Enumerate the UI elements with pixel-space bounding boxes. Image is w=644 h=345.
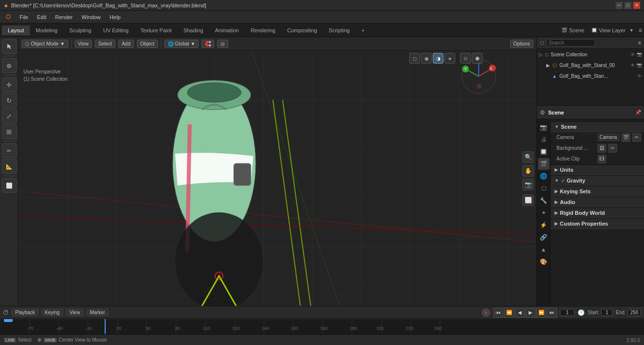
next-keyframe-btn[interactable]: ⏩ xyxy=(536,308,546,318)
cursor-tool-btn[interactable]: ⊕ xyxy=(2,58,17,73)
prop-tab-constraints[interactable]: 🔗 xyxy=(538,231,550,243)
menu-file[interactable]: File xyxy=(16,13,32,21)
units-section-header[interactable]: ▶ Units xyxy=(551,164,644,175)
outliner-golf-bag-mesh[interactable]: ▲ Golf_Bag_with_Stan... 👁 xyxy=(537,70,644,81)
background-icon-btn[interactable]: 🖼 xyxy=(598,144,606,153)
background-edit-btn[interactable]: ✏ xyxy=(608,144,617,153)
record-btn[interactable]: ● xyxy=(482,308,490,317)
snap-toggle[interactable]: 🧲 xyxy=(201,40,214,48)
outliner-scene-collection[interactable]: ▷ □ Scene Collection 👁 📷 xyxy=(537,49,644,60)
prop-tab-view-layer[interactable]: 🔲 xyxy=(538,146,550,158)
add-menu[interactable]: Add xyxy=(118,40,134,48)
maximize-button[interactable]: □ xyxy=(624,2,631,9)
gravity-checkbox[interactable]: ✓ xyxy=(561,178,565,184)
view-layer-dropdown[interactable]: ▼ xyxy=(629,28,634,33)
rotate-tool-btn[interactable]: ↻ xyxy=(2,93,17,108)
tab-layout[interactable]: Layout xyxy=(2,25,30,35)
proportional-edit[interactable]: ◎ xyxy=(217,40,228,48)
filter-icon[interactable]: ≡ xyxy=(639,27,642,34)
active-clip-icon-btn[interactable]: 🎞 xyxy=(598,155,606,163)
viewport-options[interactable]: Options xyxy=(510,40,533,48)
xray-btn[interactable]: ⬟ xyxy=(472,53,483,64)
custom-props-section-header[interactable]: ▶ Custom Properties xyxy=(551,218,644,229)
gravity-section-header[interactable]: ▼ ✓ Gravity xyxy=(551,175,644,186)
prop-tab-world[interactable]: 🌐 xyxy=(538,170,550,182)
zoom-in-btn[interactable]: 🔍 xyxy=(522,151,534,163)
scale-tool-btn[interactable]: ⤢ xyxy=(2,109,17,123)
transform-tool-btn[interactable]: ⊞ xyxy=(2,124,17,139)
prop-tab-particles[interactable]: ✦ xyxy=(538,207,550,219)
timeline-body[interactable]: -70 -40 -10 20 50 80 110 120 140 150 160… xyxy=(0,319,644,334)
scene-section-header[interactable]: ▼ Scene xyxy=(551,121,644,132)
prev-keyframe-btn[interactable]: ⏪ xyxy=(504,308,514,318)
keying-menu[interactable]: Keying xyxy=(42,309,64,316)
minimize-button[interactable]: ─ xyxy=(616,2,622,9)
scene-collection-camera[interactable]: 📷 xyxy=(637,52,642,57)
tab-shading[interactable]: Shading xyxy=(178,25,209,35)
marker-menu[interactable]: Marker xyxy=(87,309,109,316)
play-btn[interactable]: ▶ xyxy=(526,308,535,318)
playback-menu[interactable]: Playback xyxy=(12,309,39,316)
properties-pin[interactable]: 📌 xyxy=(635,110,641,115)
view-menu[interactable]: View xyxy=(75,40,92,48)
camera-btn[interactable]: 📷 xyxy=(522,179,534,190)
golf-bag-render[interactable]: 📷 xyxy=(637,63,642,68)
view-menu[interactable]: View xyxy=(66,309,84,316)
tab-texture-paint[interactable]: Texture Paint xyxy=(134,25,178,35)
solid-mode-btn[interactable]: ◉ xyxy=(421,53,432,64)
filter-icon[interactable]: ≡ xyxy=(638,40,641,46)
prop-tab-physics[interactable]: ⚡ xyxy=(538,219,550,231)
tab-rendering[interactable]: Rendering xyxy=(244,25,281,35)
transform-selector[interactable]: 🌐 Global ▼ xyxy=(164,40,199,48)
play-reverse-btn[interactable]: ◀ xyxy=(515,308,525,318)
scene-collection-eye[interactable]: 👁 xyxy=(630,52,635,57)
prop-tab-scene[interactable]: 🎬 xyxy=(538,158,550,170)
golf-bag-eye[interactable]: 👁 xyxy=(630,63,635,68)
viewport-3d[interactable]: X Y Z User Perspective (1) Scene Collect… xyxy=(19,51,536,306)
object-menu[interactable]: Object xyxy=(137,40,158,48)
prop-tab-object[interactable]: ⬡ xyxy=(538,183,550,194)
tab-scripting[interactable]: Scripting xyxy=(323,25,355,35)
tab-animation[interactable]: Animation xyxy=(209,25,245,35)
frame-indicator-tab[interactable] xyxy=(4,319,13,322)
outliner-golf-bag-object[interactable]: ▶ ⬡ Golf_Bag_with_Stand_00 👁 📷 xyxy=(537,60,644,70)
menu-blender[interactable]: ⬡ xyxy=(2,13,15,21)
overlay-btn[interactable]: ⊙ xyxy=(460,53,471,64)
select-tool-btn[interactable] xyxy=(2,39,17,54)
tab-add[interactable]: + xyxy=(355,25,370,35)
ortho-btn[interactable]: ⬜ xyxy=(522,194,534,206)
annotate-tool-btn[interactable]: ✏ xyxy=(2,143,17,158)
jump-end-btn[interactable]: ⏭ xyxy=(547,308,557,318)
menu-edit[interactable]: Edit xyxy=(33,13,50,21)
rendered-mode-btn[interactable]: ● xyxy=(444,53,455,64)
rigid-body-section-header[interactable]: ▶ Rigid Body World xyxy=(551,207,644,218)
jump-start-btn[interactable]: ⏮ xyxy=(493,308,503,318)
menu-window[interactable]: Window xyxy=(78,13,105,21)
golf-bag-mesh-eye[interactable]: 👁 xyxy=(637,73,642,79)
prop-tab-output[interactable]: 🖨 xyxy=(538,134,550,145)
prop-tab-modifiers[interactable]: 🔧 xyxy=(538,195,550,207)
prop-tab-render[interactable]: 📷 xyxy=(538,121,550,133)
camera-pick-btn[interactable]: 🎬 xyxy=(622,133,630,142)
measure-tool-btn[interactable]: 📐 xyxy=(2,159,17,174)
wireframe-mode-btn[interactable]: ◻ xyxy=(409,53,420,64)
pan-btn[interactable]: ✋ xyxy=(522,165,534,177)
audio-section-header[interactable]: ▶ Audio xyxy=(551,197,644,207)
tab-compositing[interactable]: Compositing xyxy=(281,25,323,35)
tab-modeling[interactable]: Modeling xyxy=(30,25,64,35)
camera-edit-btn[interactable]: ✏ xyxy=(632,133,641,142)
tab-uv-editing[interactable]: UV Editing xyxy=(97,25,134,35)
mode-selector[interactable]: ⬡ Object Mode ▼ xyxy=(22,40,68,48)
move-tool-btn[interactable]: ✛ xyxy=(2,77,17,92)
keying-sets-section-header[interactable]: ▶ Keying Sets xyxy=(551,186,644,197)
select-menu[interactable]: Select xyxy=(95,40,115,48)
tab-sculpting[interactable]: Sculpting xyxy=(64,25,97,35)
menu-help[interactable]: Help xyxy=(106,13,125,21)
material-mode-btn[interactable]: ◑ xyxy=(433,53,444,64)
viewport[interactable]: ⬡ Object Mode ▼ View Select Add Object 🌐… xyxy=(19,37,536,306)
prop-tab-data[interactable]: ▲ xyxy=(538,244,550,255)
start-frame-display[interactable]: 1 xyxy=(601,309,613,316)
close-button[interactable]: ✕ xyxy=(633,2,640,9)
camera-value[interactable]: Camera xyxy=(598,134,620,141)
add-cube-tool-btn[interactable]: ⬜ xyxy=(2,178,17,193)
